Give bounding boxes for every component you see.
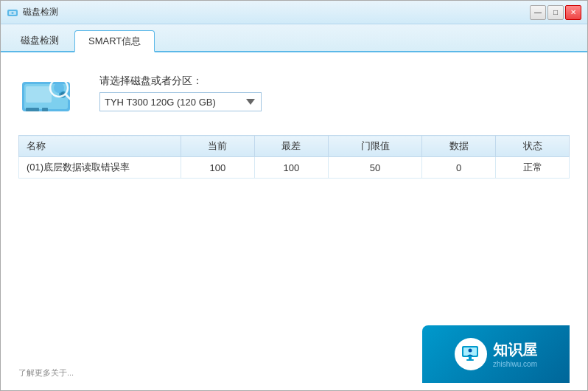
cell-status: 正常 <box>496 157 570 179</box>
col-header-name: 名称 <box>19 136 181 157</box>
disk-dropdown[interactable]: TYH T300 120G (120 GB) <box>99 92 262 111</box>
close-button[interactable]: ✕ <box>565 5 581 20</box>
col-header-worst: 最差 <box>254 136 328 157</box>
col-header-status: 状态 <box>496 136 570 157</box>
dropdown-label: 请选择磁盘或者分区： <box>99 75 262 88</box>
cell-current: 100 <box>181 157 255 179</box>
col-header-threshold: 门限值 <box>328 136 422 157</box>
tab-smart-info[interactable]: SMART信息 <box>74 30 155 52</box>
minimize-button[interactable]: — <box>530 5 546 20</box>
top-section: 请选择磁盘或者分区： TYH T300 120G (120 GB) <box>18 67 570 119</box>
svg-rect-6 <box>42 108 48 111</box>
app-window: 磁盘检测 — □ ✕ 磁盘检测 SMART信息 <box>0 0 588 391</box>
disk-selector-section: 请选择磁盘或者分区： TYH T300 120G (120 GB) <box>99 75 262 111</box>
svg-point-11 <box>54 83 64 93</box>
title-bar-left: 磁盘检测 <box>7 6 58 18</box>
svg-rect-7 <box>26 86 52 103</box>
svg-rect-15 <box>469 357 472 359</box>
cell-name: (01)底层数据读取错误率 <box>19 157 181 179</box>
watermark-cn-name: 知识屋 <box>493 340 537 360</box>
title-bar: 磁盘检测 — □ ✕ <box>1 1 587 24</box>
window-title: 磁盘检测 <box>23 6 58 18</box>
svg-point-2 <box>12 12 14 14</box>
disk-illustration <box>18 67 77 119</box>
watermark-badge: 知识屋 zhishiwu.com <box>422 325 570 383</box>
cell-worst: 100 <box>254 157 328 179</box>
svg-rect-16 <box>466 359 474 361</box>
main-content: 请选择磁盘或者分区： TYH T300 120G (120 GB) 名称 当前 … <box>1 52 587 390</box>
app-icon <box>7 7 18 18</box>
tab-disk-check[interactable]: 磁盘检测 <box>7 29 73 51</box>
cell-data: 0 <box>422 157 496 179</box>
svg-rect-5 <box>26 108 39 111</box>
tab-bar: 磁盘检测 SMART信息 <box>1 24 587 52</box>
col-header-current: 当前 <box>181 136 255 157</box>
table-header-row: 名称 当前 最差 门限值 数据 状态 <box>19 136 570 157</box>
watermark-icon <box>455 338 487 370</box>
table-row: (01)底层数据读取错误率 100 100 50 0 正常 <box>19 157 570 179</box>
watermark-text-block: 知识屋 zhishiwu.com <box>493 340 537 368</box>
bottom-link[interactable]: 了解更多关于... <box>18 367 74 383</box>
watermark-domain: zhishiwu.com <box>493 360 537 368</box>
window-controls: — □ ✕ <box>530 5 581 20</box>
smart-table: 名称 当前 最差 门限值 数据 状态 (01)底层数据读取错误率 100 100… <box>18 135 570 179</box>
svg-point-17 <box>468 349 472 353</box>
maximize-button[interactable]: □ <box>547 5 564 20</box>
bottom-area: 了解更多关于... 知识屋 <box>18 179 570 383</box>
cell-threshold: 50 <box>328 157 422 179</box>
col-header-data: 数据 <box>422 136 496 157</box>
